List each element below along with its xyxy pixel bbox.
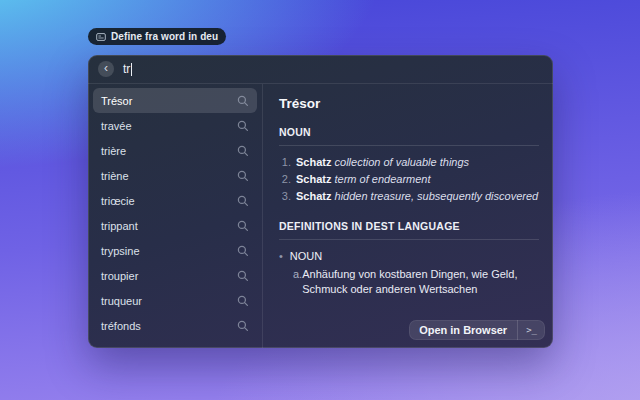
noun-definitions: 1. Schatz collection of valuable things … bbox=[279, 154, 539, 205]
definition-term: Schatz bbox=[296, 173, 331, 185]
result-row[interactable]: triœcie bbox=[93, 188, 257, 213]
result-row[interactable]: triène bbox=[93, 163, 257, 188]
search-input[interactable]: tr bbox=[123, 62, 132, 76]
result-label: triœcie bbox=[101, 195, 135, 207]
search-icon bbox=[237, 95, 249, 107]
dest-sub-definition: a. Anhäufung von kostbaren Dingen, wie G… bbox=[293, 267, 539, 297]
result-label: triène bbox=[101, 170, 129, 182]
definition-text: collection of valuable things bbox=[335, 156, 470, 168]
sub-definition-text: Anhäufung von kostbaren Dingen, wie Geld… bbox=[302, 267, 539, 297]
definition-item: 2. Schatz term of endearment bbox=[279, 171, 539, 188]
definition-item: 1. Schatz collection of valuable things bbox=[279, 154, 539, 171]
result-label: trypsine bbox=[101, 245, 140, 257]
search-icon bbox=[237, 295, 249, 307]
search-icon bbox=[237, 245, 249, 257]
search-icon bbox=[237, 195, 249, 207]
definition-number: 3. bbox=[279, 188, 291, 205]
definition-number: 2. bbox=[279, 171, 291, 188]
result-row[interactable]: travée bbox=[93, 113, 257, 138]
launcher-window: ‹ tr Trésor tra bbox=[88, 55, 553, 348]
result-label: trippant bbox=[101, 220, 138, 232]
search-icon bbox=[237, 145, 249, 157]
result-label: tréfonds bbox=[101, 320, 141, 332]
results-list: Trésor travée bbox=[88, 84, 263, 348]
result-label: trière bbox=[101, 145, 126, 157]
search-bar: ‹ tr bbox=[88, 55, 553, 84]
chevron-left-icon: ‹ bbox=[104, 62, 108, 74]
back-button[interactable]: ‹ bbox=[98, 61, 114, 77]
result-label: troupier bbox=[101, 270, 138, 282]
search-icon bbox=[237, 320, 249, 332]
command-title-badge: Define fra word in deu bbox=[88, 28, 226, 45]
result-label: Trésor bbox=[101, 95, 132, 107]
translate-icon bbox=[96, 32, 106, 42]
result-row[interactable]: truqueur bbox=[93, 288, 257, 313]
result-row[interactable]: tréfonds bbox=[93, 313, 257, 338]
dest-section-heading: DEFINITIONS IN DEST LANGUAGE bbox=[279, 220, 539, 232]
window-body: Trésor travée bbox=[88, 84, 553, 348]
result-row[interactable]: troupier bbox=[93, 263, 257, 288]
definition-body: Schatz collection of valuable things bbox=[296, 154, 469, 171]
open-in-browser-button[interactable]: Open in Browser >_ bbox=[409, 320, 545, 340]
text-caret bbox=[131, 63, 132, 76]
terminal-prompt-icon: >_ bbox=[517, 320, 545, 340]
result-row[interactable]: trippant bbox=[93, 213, 257, 238]
result-row[interactable]: Trésor bbox=[93, 88, 257, 113]
search-icon bbox=[237, 220, 249, 232]
definition-text: hidden treasure, subsequently discovered bbox=[335, 190, 539, 202]
sub-definition-label: a. bbox=[293, 267, 302, 297]
detail-title: Trésor bbox=[279, 96, 539, 111]
dest-pos-label: NOUN bbox=[290, 248, 322, 264]
section-divider bbox=[279, 239, 539, 240]
definition-term: Schatz bbox=[296, 156, 331, 168]
result-label: travée bbox=[101, 120, 132, 132]
badge-label: Define fra word in deu bbox=[111, 31, 218, 42]
result-label: truqueur bbox=[101, 295, 142, 307]
result-row[interactable]: trière bbox=[93, 138, 257, 163]
result-row[interactable]: trypsine bbox=[93, 238, 257, 263]
definition-term: Schatz bbox=[296, 190, 331, 202]
definition-number: 1. bbox=[279, 154, 291, 171]
detail-panel: Trésor NOUN 1. Schatz collection of valu… bbox=[263, 84, 553, 348]
noun-section-heading: NOUN bbox=[279, 126, 539, 138]
section-divider bbox=[279, 145, 539, 146]
definition-text: term of endearment bbox=[335, 173, 431, 185]
open-in-browser-label: Open in Browser bbox=[409, 320, 517, 340]
search-icon bbox=[237, 170, 249, 182]
search-value: tr bbox=[123, 62, 130, 76]
bullet-icon: • bbox=[279, 248, 283, 264]
definition-body: Schatz term of endearment bbox=[296, 171, 431, 188]
search-icon bbox=[237, 270, 249, 282]
definition-body: Schatz hidden treasure, subsequently dis… bbox=[296, 188, 538, 205]
search-icon bbox=[237, 120, 249, 132]
definition-item: 3. Schatz hidden treasure, subsequently … bbox=[279, 188, 539, 205]
dest-pos-row: • NOUN bbox=[279, 248, 539, 264]
